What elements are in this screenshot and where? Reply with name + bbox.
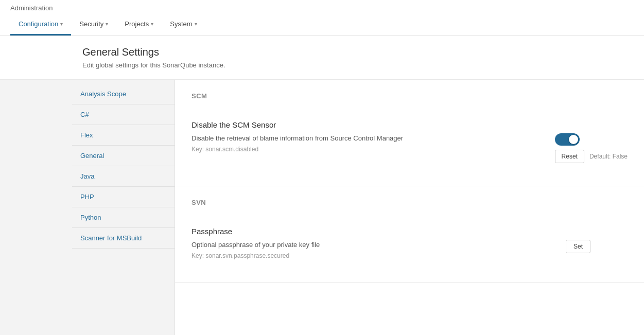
disable-scm-key: Key: sonar.scm.disabled [192,146,545,153]
chevron-down-icon: ▾ [195,21,197,27]
scm-toggle[interactable] [555,133,580,146]
passphrase-description: Optional passphrase of your private key … [192,240,555,259]
chevron-down-icon: ▾ [106,21,108,27]
disable-scm-setting: Disable the SCM Sensor Disable the retri… [192,110,628,173]
page-header: General Settings Edit global settings fo… [0,36,644,80]
page-title: General Settings [82,46,562,58]
scm-section: SCM Disable the SCM Sensor Disable the r… [175,80,644,186]
tab-configuration[interactable]: Configuration ▾ [10,14,71,36]
settings-content: SCM Disable the SCM Sensor Disable the r… [175,80,644,335]
tab-projects[interactable]: Projects ▾ [116,14,162,36]
reset-row: Reset Default: False [555,150,628,163]
sidebar-item-php[interactable]: PHP [72,187,175,207]
chevron-down-icon: ▾ [151,21,153,27]
disable-scm-description: Disable the retrieval of blame informati… [192,133,545,153]
nav-tabs: Configuration ▾ Security ▾ Projects ▾ Sy… [10,14,634,36]
passphrase-header: Passphrase [192,227,628,236]
toggle-track [555,133,580,146]
sidebar-item-analysis-scope[interactable]: Analysis Scope [72,84,175,104]
default-value-text: Default: False [589,153,628,160]
disable-scm-desc-text: Disable the retrieval of blame informati… [192,133,545,144]
toggle-container[interactable] [555,133,580,146]
tab-security[interactable]: Security ▾ [71,14,116,36]
tab-system[interactable]: System ▾ [162,14,205,36]
toggle-thumb [569,135,578,144]
chevron-down-icon: ▾ [60,21,63,27]
svn-section: SVN Passphrase Optional passphrase of yo… [175,186,644,283]
sidebar: Analysis Scope C# Flex General Java PHP … [72,80,175,335]
disable-scm-header: Disable the SCM Sensor [192,120,628,129]
set-button[interactable]: Set [566,240,590,253]
page-subtitle: Edit global settings for this SonarQube … [82,61,562,69]
passphrase-desc-text: Optional passphrase of your private key … [192,240,555,250]
reset-button[interactable]: Reset [555,150,584,163]
admin-title: Administration [10,0,634,14]
sidebar-item-csharp[interactable]: C# [72,104,175,125]
sidebar-item-python[interactable]: Python [72,207,175,228]
svn-section-title: SVN [192,199,628,206]
disable-scm-controls: Reset Default: False [555,133,628,163]
scm-section-title: SCM [192,92,628,100]
passphrase-controls: Set [566,240,628,253]
sidebar-item-general[interactable]: General [72,146,175,166]
sidebar-item-java[interactable]: Java [72,166,175,187]
sidebar-item-flex[interactable]: Flex [72,125,175,146]
passphrase-key: Key: sonar.svn.passphrase.secured [192,252,555,259]
passphrase-setting: Passphrase Optional passphrase of your p… [192,217,628,270]
sidebar-item-scanner-msbuild[interactable]: Scanner for MSBuild [72,228,175,249]
